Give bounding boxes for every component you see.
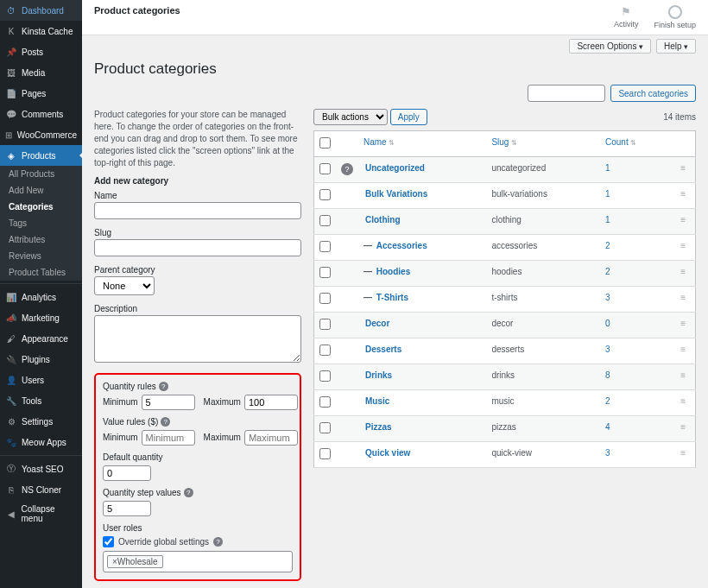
drag-handle-icon[interactable]: ≡: [672, 338, 696, 364]
default-qty-field[interactable]: [103, 465, 151, 481]
drag-handle-icon[interactable]: ≡: [672, 209, 696, 235]
count-link[interactable]: 2: [605, 241, 610, 250]
count-link[interactable]: 3: [605, 345, 610, 354]
step-field[interactable]: [103, 501, 151, 516]
help-icon[interactable]: ?: [213, 537, 223, 547]
count-link[interactable]: 3: [605, 448, 610, 458]
help-icon[interactable]: ?: [159, 382, 168, 391]
drag-handle-icon[interactable]: ≡: [672, 390, 696, 416]
row-checkbox[interactable]: [319, 163, 331, 174]
category-link[interactable]: Desserts: [365, 345, 401, 354]
row-checkbox[interactable]: [319, 241, 331, 252]
row-checkbox[interactable]: [319, 345, 331, 356]
col-slug[interactable]: Slug: [486, 131, 600, 157]
drag-handle-icon[interactable]: ≡: [672, 442, 696, 468]
row-checkbox[interactable]: [319, 422, 331, 433]
category-link[interactable]: Decor: [365, 319, 389, 328]
search-input[interactable]: [528, 85, 605, 102]
sidebar-item[interactable]: ⎘NS Cloner: [0, 479, 82, 500]
sidebar-item[interactable]: 🔧Tools: [0, 390, 82, 411]
override-checkbox[interactable]: Override global settings?: [103, 536, 293, 547]
sidebar-item[interactable]: 💬Comments: [0, 104, 82, 124]
help-button[interactable]: Help: [656, 39, 696, 54]
sidebar-subitem[interactable]: All Products: [0, 166, 82, 182]
bulk-actions-select[interactable]: Bulk actions: [313, 109, 388, 125]
sidebar-item[interactable]: ⚙Settings: [0, 411, 82, 432]
row-checkbox[interactable]: [319, 319, 331, 330]
apply-button[interactable]: Apply: [390, 109, 427, 125]
parent-select[interactable]: None: [94, 276, 155, 295]
finish-setup-button[interactable]: Finish setup: [654, 5, 696, 29]
role-tag[interactable]: ×Wholesale: [107, 555, 163, 568]
drag-handle-icon[interactable]: ≡: [672, 364, 696, 390]
sidebar-item[interactable]: KKinsta Cache: [0, 21, 82, 41]
sidebar-item[interactable]: 🐾Meow Apps: [0, 432, 82, 452]
col-name[interactable]: Name: [358, 131, 486, 157]
count-link[interactable]: 1: [605, 189, 610, 199]
category-link[interactable]: Accessories: [376, 241, 427, 250]
sidebar-subitem[interactable]: Categories: [0, 199, 82, 215]
drag-handle-icon[interactable]: ≡: [672, 416, 696, 442]
drag-handle-icon[interactable]: ≡: [672, 287, 696, 313]
col-count[interactable]: Count: [600, 131, 671, 157]
count-link[interactable]: 4: [605, 422, 610, 432]
drag-handle-icon[interactable]: ≡: [672, 235, 696, 261]
category-link[interactable]: Music: [365, 396, 389, 406]
description-field[interactable]: [94, 315, 301, 363]
count-link[interactable]: 1: [605, 215, 610, 224]
roles-tag-input[interactable]: ×Wholesale: [103, 551, 293, 572]
name-field[interactable]: [94, 202, 301, 219]
sidebar-item[interactable]: 🖌Appearance: [0, 328, 82, 349]
activity-button[interactable]: ⚑ Activity: [614, 5, 639, 29]
sidebar-subitem[interactable]: Add New: [0, 182, 82, 199]
sidebar-item[interactable]: 📌Posts: [0, 41, 82, 62]
sidebar-item[interactable]: 📣Marketing: [0, 307, 82, 328]
row-checkbox[interactable]: [319, 370, 331, 382]
category-link[interactable]: Drinks: [365, 370, 392, 380]
count-link[interactable]: 8: [605, 370, 610, 380]
sidebar-subitem[interactable]: Reviews: [0, 248, 82, 264]
category-link[interactable]: Clothing: [365, 215, 401, 224]
screen-options-button[interactable]: Screen Options: [569, 39, 650, 54]
help-icon[interactable]: ?: [184, 488, 193, 497]
category-link[interactable]: Bulk Variations: [365, 189, 427, 199]
qty-max-field[interactable]: [244, 395, 298, 410]
sidebar-item[interactable]: ⏱Dashboard: [0, 0, 82, 21]
row-checkbox[interactable]: [319, 293, 331, 304]
sidebar-item[interactable]: ◀Collapse menu: [0, 500, 82, 528]
sidebar-item-products[interactable]: ◈ Products: [0, 145, 82, 166]
count-link[interactable]: 2: [605, 396, 610, 406]
sidebar-subitem[interactable]: Attributes: [0, 231, 82, 248]
drag-handle-icon[interactable]: ≡: [672, 157, 696, 183]
count-link[interactable]: 2: [605, 267, 610, 276]
row-checkbox[interactable]: [319, 448, 331, 459]
row-checkbox[interactable]: [319, 215, 331, 226]
sidebar-item[interactable]: 👤Users: [0, 370, 82, 390]
category-link[interactable]: Hoodies: [376, 267, 410, 276]
drag-handle-icon[interactable]: ≡: [672, 261, 696, 287]
category-link[interactable]: T-Shirts: [376, 293, 408, 302]
select-all-checkbox[interactable]: [319, 137, 331, 149]
count-link[interactable]: 3: [605, 293, 610, 302]
sidebar-item[interactable]: 🖼Media: [0, 62, 82, 83]
slug-field[interactable]: [94, 239, 301, 256]
category-link[interactable]: Pizzas: [365, 422, 392, 432]
count-link[interactable]: 0: [605, 319, 610, 328]
sidebar-item[interactable]: ⓎYoast SEO: [0, 458, 82, 479]
drag-handle-icon[interactable]: ≡: [672, 313, 696, 338]
row-checkbox[interactable]: [319, 396, 331, 408]
category-link[interactable]: Quick view: [365, 448, 410, 458]
row-checkbox[interactable]: [319, 267, 331, 278]
sidebar-item[interactable]: 📊Analytics: [0, 287, 82, 307]
sidebar-item[interactable]: 📄Pages: [0, 83, 82, 104]
count-link[interactable]: 1: [605, 163, 610, 173]
drag-handle-icon[interactable]: ≡: [672, 183, 696, 209]
value-min-field[interactable]: [142, 430, 195, 446]
sidebar-item[interactable]: 🔌Plugins: [0, 349, 82, 370]
search-button[interactable]: Search categories: [610, 85, 696, 102]
sidebar-item[interactable]: ⊞WooCommerce: [0, 124, 82, 145]
help-icon[interactable]: ?: [161, 417, 170, 427]
sidebar-subitem[interactable]: Product Tables: [0, 264, 82, 281]
qty-min-field[interactable]: [142, 395, 195, 410]
value-max-field[interactable]: [244, 430, 298, 446]
